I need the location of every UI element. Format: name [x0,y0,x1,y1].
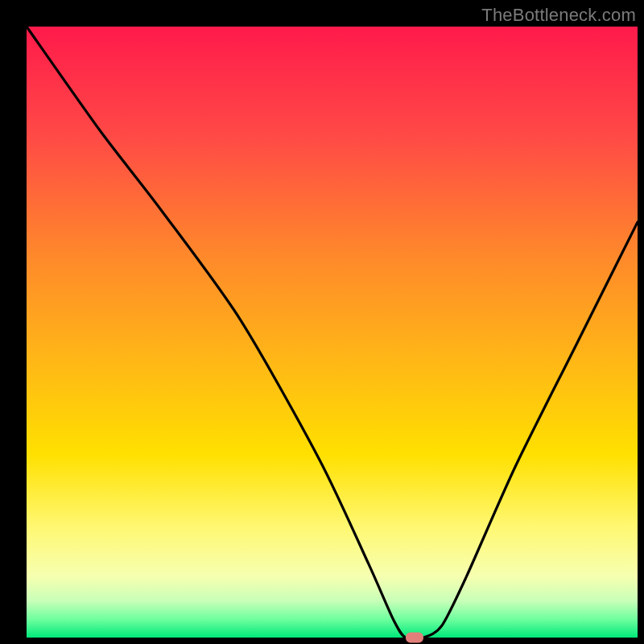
plot-background [27,27,638,638]
optimal-marker [406,633,423,643]
chart-frame: TheBottleneck.com [0,0,644,644]
watermark-text: TheBottleneck.com [481,5,636,26]
chart-svg [0,0,644,644]
